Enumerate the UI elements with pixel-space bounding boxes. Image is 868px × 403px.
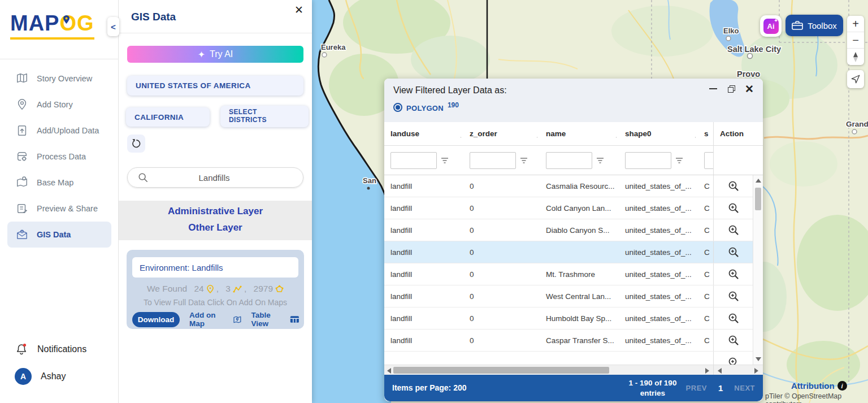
filter-icon[interactable] xyxy=(520,157,528,164)
scroll-down-arrow[interactable] xyxy=(756,357,761,361)
filter-icon[interactable] xyxy=(441,157,449,164)
table-row[interactable]: landfill0Humboldt Bay Sp...united_states… xyxy=(384,307,763,330)
vertical-scroll-thumb[interactable] xyxy=(755,188,761,210)
layer-name-field[interactable]: Environment: Landfills xyxy=(132,257,298,278)
administrative-layer-link[interactable]: Administrative Layer xyxy=(119,206,312,217)
zoom-to-feature-icon[interactable] xyxy=(727,202,740,214)
sidebar-item-process-data[interactable]: Process Data xyxy=(0,144,119,170)
other-layer-link[interactable]: Other Layer xyxy=(119,222,312,233)
compass-button[interactable] xyxy=(847,49,864,65)
attribution-label: Attribution xyxy=(791,381,835,391)
scroll-right-arrow[interactable] xyxy=(705,368,709,374)
zoom-to-feature-icon[interactable] xyxy=(727,312,740,324)
sidebar-item-label: Process Data xyxy=(37,152,86,161)
filter-input-landuse[interactable] xyxy=(390,152,437,169)
ai-tool-button[interactable]: Ai✦ xyxy=(760,15,782,37)
user-profile-item[interactable]: A Ashay xyxy=(0,365,119,388)
filter-icon[interactable] xyxy=(596,157,604,164)
table-view-icon xyxy=(290,315,300,323)
sidebar-item-label: Add/Upload Data xyxy=(37,126,99,135)
zoom-in-button[interactable]: + xyxy=(847,16,864,32)
modal-close-button[interactable]: ✕ xyxy=(744,83,755,94)
polygon-radio[interactable]: POLYGON 190 xyxy=(393,102,459,112)
gis-data-panel: GIS Data ✕ ✦ Try AI UNITED STATES OF AME… xyxy=(119,0,312,403)
zoom-to-feature-icon[interactable] xyxy=(727,224,740,236)
logo-pin-icon xyxy=(63,15,70,24)
filter-input-name[interactable] xyxy=(546,152,592,169)
sidebar-item-add-upload-data[interactable]: Add/Upload Data xyxy=(0,118,119,144)
scroll-right-arrow-frozen[interactable] xyxy=(754,368,758,374)
table-view-button[interactable]: Table View xyxy=(251,311,300,328)
toolbox-button[interactable]: Toolbox xyxy=(785,15,843,36)
map-zoom-controls: + − xyxy=(847,16,864,65)
map-book-icon xyxy=(16,72,28,85)
column-header-shape0: shape0 xyxy=(619,129,698,138)
search-input[interactable] xyxy=(148,173,280,183)
horizontal-scroll-thumb[interactable] xyxy=(393,367,609,374)
notifications-label: Notifications xyxy=(37,344,86,354)
panel-divider xyxy=(119,33,312,33)
next-page-button[interactable]: NEXT xyxy=(734,384,755,392)
table-row-partial[interactable] xyxy=(384,352,763,365)
zoom-to-feature-icon[interactable] xyxy=(727,290,740,302)
filter-input-z-order[interactable] xyxy=(470,152,516,169)
scroll-left-arrow[interactable] xyxy=(387,368,391,374)
scroll-up-arrow[interactable] xyxy=(756,179,761,183)
filter-icon[interactable] xyxy=(675,157,683,164)
filter-input-shape0[interactable] xyxy=(625,152,671,169)
country-button[interactable]: UNITED STATES OF AMERICA xyxy=(127,76,303,96)
column-header-z-order: z_order xyxy=(463,129,540,138)
pagination-bar: Items per Page: 200 1 - 190 of 190 entri… xyxy=(384,375,763,401)
sidebar-item-preview-share[interactable]: Preview & Share xyxy=(0,196,119,222)
table-row-selected[interactable]: landfill0united_states_of_...C xyxy=(384,241,763,263)
try-ai-button[interactable]: ✦ Try AI xyxy=(127,46,303,63)
zoom-out-button[interactable]: − xyxy=(847,32,864,49)
scroll-left-arrow-frozen[interactable] xyxy=(718,368,722,374)
sidebar-divider xyxy=(0,59,119,59)
table-row[interactable]: landfill0West Central Lan...united_state… xyxy=(384,285,763,307)
minimize-button[interactable] xyxy=(708,83,719,94)
line-geometry-icon xyxy=(233,285,242,293)
zoom-to-feature-icon[interactable] xyxy=(727,180,740,192)
attribution-link[interactable]: Attribution i xyxy=(791,381,847,391)
zoom-to-feature-icon[interactable] xyxy=(727,334,740,346)
ai-icon: Ai✦ xyxy=(763,19,779,34)
notifications-item[interactable]: Notifications xyxy=(0,339,119,359)
map-label-provo: Provo xyxy=(737,70,760,79)
locate-me-button[interactable] xyxy=(847,70,864,88)
table-row[interactable]: landfill0Diablo Canyon S...united_states… xyxy=(384,219,763,241)
restore-button[interactable] xyxy=(726,83,737,94)
sidebar-item-gis-data[interactable]: GIS Data xyxy=(7,222,111,248)
add-on-map-button[interactable]: Add on Map xyxy=(189,311,242,328)
table-row[interactable]: landfill0Casmalia Resourc...united_state… xyxy=(384,175,763,197)
zoom-to-feature-icon[interactable] xyxy=(727,246,740,258)
sidebar-item-base-map[interactable]: Base Map xyxy=(0,170,119,196)
compass-icon xyxy=(851,51,860,63)
vertical-scrollbar[interactable] xyxy=(753,175,763,365)
osm-credit: pTiler © OpenStreetMap contributors xyxy=(765,392,868,403)
horizontal-scrollbar[interactable] xyxy=(384,365,763,375)
select-districts-button[interactable]: SELECT DISTRICTS xyxy=(220,106,309,127)
download-button[interactable]: Download xyxy=(132,312,180,327)
filter-input-s[interactable] xyxy=(704,152,713,169)
sidebar-item-story-overview[interactable]: Story Overview xyxy=(0,66,119,92)
undo-icon xyxy=(131,138,141,149)
table-row[interactable]: landfill0Cold Canyon Lan...united_states… xyxy=(384,197,763,219)
current-page-button[interactable]: 1 xyxy=(718,383,723,393)
gis-data-icon xyxy=(16,228,28,241)
restore-icon xyxy=(728,85,735,93)
undo-button[interactable] xyxy=(127,135,145,153)
table-row[interactable]: landfill0Caspar Transfer S...united_stat… xyxy=(384,330,763,352)
zoom-to-feature-icon[interactable] xyxy=(727,268,740,280)
column-header-s: s xyxy=(698,129,713,138)
toolbox-label: Toolbox xyxy=(808,21,837,31)
prev-page-button[interactable]: PREV xyxy=(686,384,707,392)
table-row[interactable]: landfill0Mt. Trashmoreunited_states_of_.… xyxy=(384,263,763,285)
column-header-action: Action xyxy=(713,122,753,145)
sidebar-collapse-button[interactable]: < xyxy=(107,17,119,36)
panel-close-button[interactable]: ✕ xyxy=(292,3,306,18)
state-button[interactable]: CALIFORNIA xyxy=(126,107,210,127)
sidebar-item-add-story[interactable]: Add Story xyxy=(0,92,119,118)
info-icon[interactable]: i xyxy=(837,381,847,391)
sidebar-item-label: Story Overview xyxy=(37,74,92,83)
